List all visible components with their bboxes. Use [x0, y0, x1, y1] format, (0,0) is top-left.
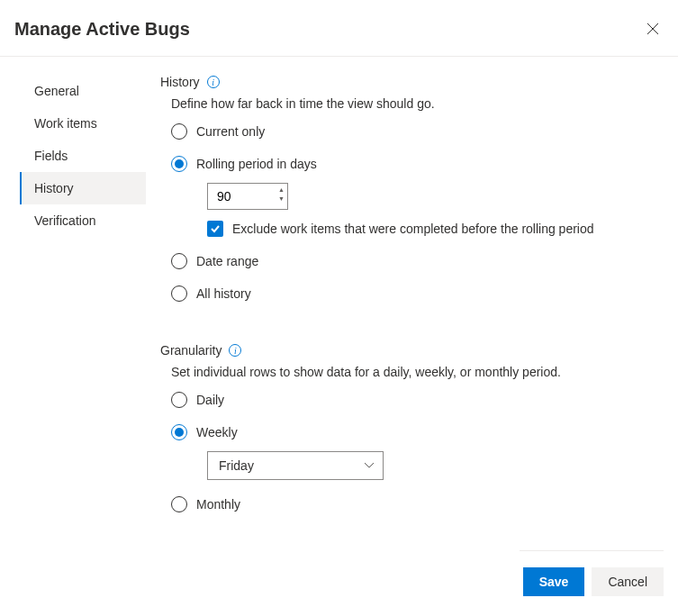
- dialog-header: Manage Active Bugs: [0, 0, 678, 57]
- page-title: Manage Active Bugs: [14, 19, 190, 40]
- close-button[interactable]: [642, 18, 664, 40]
- heading-text: Granularity: [160, 343, 221, 358]
- sidebar-item-label: Work items: [34, 116, 97, 131]
- rolling-days-input[interactable]: [207, 183, 288, 210]
- radio-icon: [171, 496, 187, 512]
- checkbox-label: Exclude work items that were completed b…: [232, 222, 594, 236]
- weekly-controls: Friday: [207, 451, 660, 480]
- close-icon: [646, 22, 660, 36]
- heading-text: History: [160, 75, 200, 89]
- radio-monthly[interactable]: Monthly: [171, 496, 660, 512]
- radio-daily[interactable]: Daily: [171, 392, 660, 408]
- radio-label: Rolling period in days: [196, 157, 317, 171]
- sidebar-item-label: History: [34, 181, 74, 195]
- radio-date-range[interactable]: Date range: [171, 253, 660, 269]
- radio-icon: [171, 123, 187, 140]
- weekly-day-select-wrap: Friday: [207, 451, 384, 480]
- weekly-day-select[interactable]: Friday: [207, 451, 384, 480]
- radio-icon: [171, 424, 187, 440]
- radio-label: Date range: [196, 254, 258, 268]
- radio-label: Current only: [196, 124, 265, 139]
- history-description: Define how far back in time the view sho…: [171, 96, 660, 111]
- info-icon[interactable]: i: [207, 76, 220, 88]
- radio-label: All history: [196, 286, 251, 301]
- chevron-up-icon[interactable]: ▲: [278, 186, 285, 195]
- cancel-button[interactable]: Cancel: [592, 567, 664, 596]
- number-spinner[interactable]: ▲▼: [278, 186, 285, 204]
- sidebar-item-label: Fields: [34, 149, 68, 163]
- granularity-radio-group: Daily Weekly Friday Monthly: [171, 392, 660, 512]
- sidebar-item-fields[interactable]: Fields: [20, 140, 146, 172]
- checkbox-icon: [207, 221, 223, 237]
- radio-label: Monthly: [196, 497, 240, 512]
- sidebar: General Work items Fields History Verifi…: [0, 75, 146, 529]
- dialog-footer: Save Cancel: [523, 567, 664, 596]
- history-radio-group: Current only Rolling period in days ▲▼ E…: [171, 123, 660, 302]
- sidebar-item-label: General: [34, 84, 79, 98]
- sidebar-item-work-items[interactable]: Work items: [20, 107, 146, 140]
- granularity-heading: Granularity i: [160, 343, 660, 358]
- select-value: Friday: [219, 458, 254, 473]
- radio-label: Daily: [196, 393, 224, 407]
- radio-weekly[interactable]: Weekly: [171, 424, 660, 440]
- info-icon[interactable]: i: [229, 344, 241, 357]
- radio-label: Weekly: [196, 425, 238, 439]
- rolling-days-input-wrap: ▲▼: [207, 183, 288, 210]
- sidebar-item-verification[interactable]: Verification: [20, 204, 146, 237]
- chevron-down-icon[interactable]: ▼: [278, 195, 285, 204]
- sidebar-item-general[interactable]: General: [20, 75, 146, 107]
- history-heading: History i: [160, 75, 660, 89]
- content-panel: History i Define how far back in time th…: [146, 75, 678, 529]
- check-icon: [210, 223, 221, 234]
- sidebar-item-history[interactable]: History: [20, 172, 146, 204]
- sidebar-item-label: Verification: [34, 213, 95, 228]
- radio-icon: [171, 392, 187, 408]
- radio-icon: [171, 285, 187, 302]
- granularity-description: Set individual rows to show data for a d…: [171, 365, 660, 379]
- radio-icon: [171, 156, 187, 172]
- save-button[interactable]: Save: [523, 567, 585, 596]
- radio-all-history[interactable]: All history: [171, 285, 660, 302]
- exclude-checkbox-row[interactable]: Exclude work items that were completed b…: [207, 221, 660, 237]
- rolling-period-controls: ▲▼ Exclude work items that were complete…: [207, 183, 660, 237]
- dialog-body: General Work items Fields History Verifi…: [0, 57, 678, 529]
- footer-divider: [520, 550, 664, 551]
- radio-icon: [171, 253, 187, 269]
- radio-current-only[interactable]: Current only: [171, 123, 660, 140]
- radio-rolling-period[interactable]: Rolling period in days: [171, 156, 660, 172]
